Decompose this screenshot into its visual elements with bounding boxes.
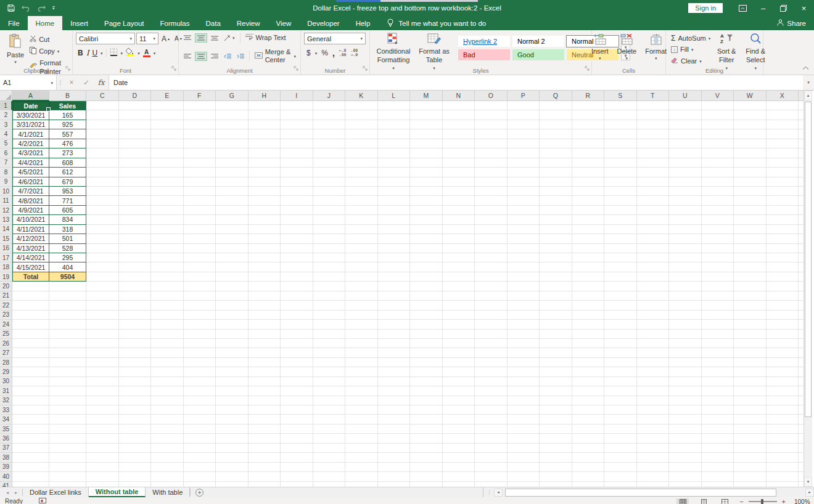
grid-cell-s2[interactable]	[604, 110, 637, 120]
grid-cell-x11[interactable]	[767, 196, 799, 205]
grid-cell-p27[interactable]	[508, 348, 540, 357]
grid-cell-x19[interactable]	[767, 272, 799, 282]
save-icon[interactable]	[7, 4, 15, 12]
grid-cell-m36[interactable]	[410, 434, 443, 443]
grid-cell-b37[interactable]	[49, 444, 86, 453]
grid-cell-g18[interactable]	[216, 262, 249, 272]
grid-cell-u17[interactable]	[669, 253, 702, 262]
grid-cell-l30[interactable]	[378, 377, 411, 386]
grid-cell-v10[interactable]	[702, 187, 734, 196]
grid-cell-q2[interactable]	[540, 110, 572, 120]
grid-cell-l22[interactable]	[378, 301, 411, 310]
borders-button[interactable]	[110, 47, 118, 59]
grid-cell-n38[interactable]	[443, 453, 475, 462]
grid-cell-a21[interactable]	[12, 291, 49, 301]
grid-cell-w19[interactable]	[734, 272, 767, 282]
grid-cell-h35[interactable]	[249, 425, 281, 434]
column-header-d[interactable]: D	[119, 91, 152, 101]
grid-cell-x32[interactable]	[767, 396, 799, 405]
grid-cell-t10[interactable]	[637, 187, 670, 196]
grid-cell-g16[interactable]	[216, 244, 249, 253]
grid-cell-l36[interactable]	[378, 434, 411, 443]
grid-cell-x41[interactable]	[767, 482, 799, 487]
row-header-33[interactable]: 33	[0, 405, 12, 415]
grid-cell-t7[interactable]	[637, 158, 670, 168]
grid-cell-m40[interactable]	[410, 472, 443, 481]
grid-cell-m31[interactable]	[410, 386, 443, 396]
grid-cell-d13[interactable]	[119, 215, 152, 224]
grid-cell-f7[interactable]	[184, 158, 216, 168]
grid-cell-e35[interactable]	[151, 425, 184, 434]
grid-cell-p6[interactable]	[508, 148, 540, 158]
grid-cell-j26[interactable]	[313, 339, 346, 348]
align-left-button[interactable]	[182, 52, 193, 60]
grid-cell-l18[interactable]	[378, 262, 411, 272]
grid-cell-q39[interactable]	[540, 463, 572, 472]
menu-tab-data[interactable]: Data	[198, 16, 229, 30]
grid-cell-x40[interactable]	[767, 472, 799, 481]
grid-cell-f28[interactable]	[184, 358, 216, 367]
grid-cell-d39[interactable]	[119, 463, 152, 472]
grid-cell-i14[interactable]	[281, 225, 313, 234]
column-header-l[interactable]: L	[378, 91, 411, 101]
grid-cell-c32[interactable]	[86, 396, 119, 405]
grid-cell-s1[interactable]	[604, 101, 637, 110]
grid-cell-h40[interactable]	[249, 472, 281, 481]
grid-cell-v2[interactable]	[702, 110, 734, 120]
grid-cell-r6[interactable]	[572, 148, 605, 158]
grid-cell-l23[interactable]	[378, 311, 411, 320]
style-hyperlink-2[interactable]: Hyperlink 2	[458, 35, 511, 47]
grid-cell-t38[interactable]	[637, 453, 670, 462]
underline-caret-icon[interactable]: ▾	[101, 51, 103, 55]
grid-cell-i6[interactable]	[281, 148, 313, 158]
grid-cell-h19[interactable]	[249, 272, 281, 282]
grid-cell-w9[interactable]	[734, 177, 767, 187]
grid-cell-h27[interactable]	[249, 348, 281, 357]
sheet-prev-icon[interactable]: ◂	[6, 490, 9, 495]
grid-cell-s19[interactable]	[604, 272, 637, 282]
grid-cell-r36[interactable]	[572, 434, 605, 443]
grid-cell-n28[interactable]	[443, 358, 475, 367]
row-header-36[interactable]: 36	[0, 434, 12, 443]
grid-cell-s4[interactable]	[604, 129, 637, 139]
grid-cell-t20[interactable]	[637, 282, 670, 291]
grid-cell-b3[interactable]: 925	[49, 120, 86, 129]
grid-cell-d14[interactable]	[119, 225, 152, 234]
grid-cell-u2[interactable]	[669, 110, 702, 120]
grid-cell-t5[interactable]	[637, 139, 670, 148]
font-dialog-launcher-icon[interactable]	[171, 62, 176, 73]
grid-cell-n13[interactable]	[443, 215, 475, 224]
grid-cell-b8[interactable]: 612	[49, 168, 86, 177]
grid-cell-v21[interactable]	[702, 291, 734, 301]
grid-cell-s14[interactable]	[604, 225, 637, 234]
align-bottom-button[interactable]	[209, 34, 220, 42]
grid-cell-s39[interactable]	[604, 463, 637, 472]
grid-cell-j34[interactable]	[313, 415, 346, 424]
grid-cell-w7[interactable]	[734, 158, 767, 168]
grid-cell-r8[interactable]	[572, 168, 605, 177]
grid-cell-l20[interactable]	[378, 282, 411, 291]
grid-cell-a34[interactable]	[12, 415, 49, 424]
grid-cell-g20[interactable]	[216, 282, 249, 291]
grid-cell-e30[interactable]	[151, 377, 184, 386]
grid-cell-b2[interactable]: 165	[49, 110, 86, 120]
grid-cell-j27[interactable]	[313, 348, 346, 357]
grid-cell-c6[interactable]	[86, 148, 119, 158]
grid-cell-w15[interactable]	[734, 234, 767, 243]
grid-cell-k28[interactable]	[345, 358, 378, 367]
grid-cell-c39[interactable]	[86, 463, 119, 472]
grid-cell-r26[interactable]	[572, 339, 605, 348]
grid-cell-q3[interactable]	[540, 120, 572, 129]
grid-cell-e28[interactable]	[151, 358, 184, 367]
grid-cell-k26[interactable]	[345, 339, 378, 348]
name-box[interactable]: A1 ▾	[0, 75, 57, 90]
grid-cell-q17[interactable]	[540, 253, 572, 262]
grid-cell-a19[interactable]: Total	[12, 272, 49, 282]
grid-cell-m37[interactable]	[410, 444, 443, 453]
sheet-next-icon[interactable]: ▸	[15, 490, 17, 495]
grid-cell-a22[interactable]	[12, 301, 49, 310]
grid-cell-p11[interactable]	[508, 196, 540, 205]
grid-cell-q37[interactable]	[540, 444, 572, 453]
grid-cell-q16[interactable]	[540, 244, 572, 253]
grid-cell-v19[interactable]	[702, 272, 734, 282]
